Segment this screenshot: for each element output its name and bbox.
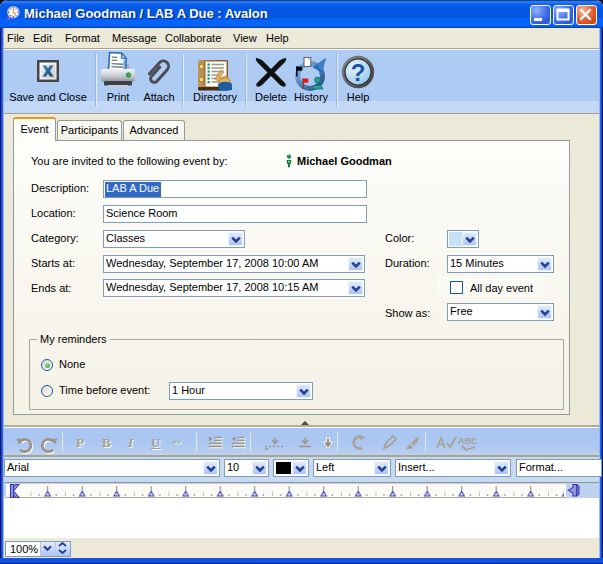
svg-text:?: ? — [351, 59, 366, 86]
svg-text:ABC: ABC — [458, 436, 478, 446]
